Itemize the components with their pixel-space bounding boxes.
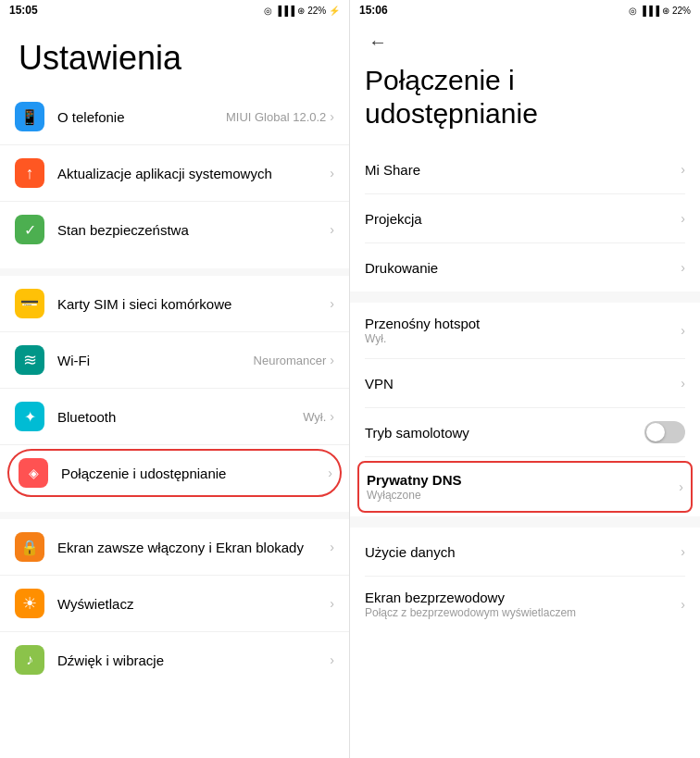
bezpieczenstwo-label: Stan bezpieczeństwa xyxy=(57,222,330,238)
ekran-bezprzewodowy-label: Ekran bezprzewodowy xyxy=(365,590,681,605)
wifi-chevron: › xyxy=(330,353,334,367)
sim-icon: 💳 xyxy=(15,289,44,318)
sim-label: Karty SIM i sieci komórkowe xyxy=(57,296,330,312)
ekran-bezprzewodowy-text: Ekran bezprzewodowy Połącz z bezprzewodo… xyxy=(365,590,681,619)
signal-icon: ▐▐▐ xyxy=(275,6,294,16)
aktualizacje-icon: ↑ xyxy=(15,158,44,188)
settings-item-bezpieczenstwo[interactable]: ✓ Stan bezpieczeństwa › xyxy=(0,205,349,254)
sim-text: Karty SIM i sieci komórkowe xyxy=(57,296,330,312)
projekcja-text: Projekcja xyxy=(365,211,681,227)
drukowanie-label: Drukowanie xyxy=(365,260,681,276)
left-status-icons: ◎ ▐▐▐ ⊛ 22% ⚡ xyxy=(264,6,340,16)
sim-chevron: › xyxy=(330,296,334,311)
right-item-vpn[interactable]: VPN › xyxy=(350,359,700,407)
section-connectivity: 💳 Karty SIM i sieci komórkowe › ≋ Wi-Fi … xyxy=(0,280,349,497)
right-section-2: Przenośny hotspot Wył. › VPN › Tryb samo… xyxy=(350,303,700,513)
right-item-tryb-samolotowy[interactable]: Tryb samolotowy xyxy=(350,408,700,456)
wifi-text: Wi-Fi xyxy=(57,353,254,368)
wyswietlacz-icon: ☀ xyxy=(15,589,44,618)
polaczenie-chevron: › xyxy=(328,466,332,480)
o-telefonie-label: O telefonie xyxy=(57,109,226,125)
mi-share-chevron: › xyxy=(681,162,685,177)
wyswietlacz-text: Wyświetlacz xyxy=(57,596,330,612)
r-wifi-icon: ⊛ xyxy=(662,6,669,16)
tryb-samolotowy-label: Tryb samolotowy xyxy=(365,425,644,441)
uzycie-danych-chevron: › xyxy=(681,544,685,559)
aktualizacje-label: Aktualizacje aplikacji systemowych xyxy=(57,166,330,181)
ekran-text: Ekran zawsze włączony i Ekran blokady xyxy=(57,540,330,555)
right-header: ← xyxy=(350,20,700,60)
settings-item-dzwiek[interactable]: ♪ Dźwięk i wibracje › xyxy=(0,636,349,684)
section-display: 🔒 Ekran zawsze włączony i Ekran blokady … xyxy=(0,523,349,684)
bluetooth-icon: ✦ xyxy=(15,402,44,431)
right-item-hotspot[interactable]: Przenośny hotspot Wył. › xyxy=(350,303,700,358)
ekran-chevron: › xyxy=(330,540,334,554)
dzwiek-chevron: › xyxy=(330,652,334,667)
settings-item-polaczenie[interactable]: ◈ Połączenie i udostępnianie › xyxy=(7,449,342,497)
right-item-ekran-bezprzewodowy[interactable]: Ekran bezprzewodowy Połącz z bezprzewodo… xyxy=(350,577,700,632)
right-status-bar: 15:06 ◎ ▐▐▐ ⊛ 22% xyxy=(350,0,700,20)
aktualizacje-chevron: › xyxy=(330,166,334,180)
settings-title: Ustawienia xyxy=(0,20,349,93)
divider-5 xyxy=(0,444,349,445)
left-panel: 15:05 ◎ ▐▐▐ ⊛ 22% ⚡ Ustawienia 📱 O telef… xyxy=(0,0,350,758)
tryb-samolotowy-toggle[interactable] xyxy=(644,421,685,443)
right-title: Połączenie i udostępnianie xyxy=(350,60,700,145)
dns-label: Prywatny DNS xyxy=(367,472,679,488)
uzycie-danych-text: Użycie danych xyxy=(365,544,681,560)
right-item-prywatny-dns[interactable]: Prywatny DNS Wyłączone › xyxy=(357,461,693,513)
wyswietlacz-chevron: › xyxy=(330,596,334,611)
section-gap-1 xyxy=(0,268,349,276)
o-telefonie-value: MIUI Global 12.0.2 xyxy=(226,110,326,124)
ekran-icon: 🔒 xyxy=(15,532,44,562)
settings-item-wyswietlacz[interactable]: ☀ Wyświetlacz › xyxy=(0,579,349,628)
ekran-label: Ekran zawsze włączony i Ekran blokady xyxy=(57,540,330,555)
section-info: 📱 O telefonie MIUI Global 12.0.2 › ↑ Akt… xyxy=(0,93,349,254)
right-item-drukowanie[interactable]: Drukowanie › xyxy=(350,243,700,292)
right-content: Mi Share › Projekcja › Drukowanie › xyxy=(350,145,700,758)
bluetooth-chevron: › xyxy=(330,409,334,424)
bezpieczenstwo-icon: ✓ xyxy=(15,215,44,244)
settings-item-wifi[interactable]: ≋ Wi-Fi Neuromancer › xyxy=(0,336,349,384)
bezpieczenstwo-chevron: › xyxy=(330,222,334,237)
polaczenie-text: Połączenie i udostępnianie xyxy=(61,466,328,481)
divider-1 xyxy=(0,144,349,145)
divider-2 xyxy=(0,201,349,202)
settings-item-ekran[interactable]: 🔒 Ekran zawsze włączony i Ekran blokady … xyxy=(0,523,349,571)
tryb-samolotowy-text: Tryb samolotowy xyxy=(365,425,644,441)
hotspot-sublabel: Wył. xyxy=(365,332,681,345)
r-signal-icon: ▐▐▐ xyxy=(640,6,659,16)
bezpieczenstwo-text: Stan bezpieczeństwa xyxy=(57,222,330,238)
left-status-bar: 15:05 ◎ ▐▐▐ ⊛ 22% ⚡ xyxy=(0,0,349,20)
projekcja-label: Projekcja xyxy=(365,211,681,227)
right-item-mi-share[interactable]: Mi Share › xyxy=(350,145,700,193)
settings-item-sim[interactable]: 💳 Karty SIM i sieci komórkowe › xyxy=(0,280,349,328)
toggle-knob xyxy=(646,423,665,441)
hotspot-text: Przenośny hotspot Wył. xyxy=(365,316,681,345)
right-section-1: Mi Share › Projekcja › Drukowanie › xyxy=(350,145,700,292)
uzycie-danych-label: Użycie danych xyxy=(365,544,681,560)
dzwiek-icon: ♪ xyxy=(15,645,44,675)
back-button[interactable]: ← xyxy=(365,28,391,56)
right-item-uzycie-danych[interactable]: Użycie danych › xyxy=(350,528,700,576)
wyswietlacz-label: Wyświetlacz xyxy=(57,596,330,612)
wifi-value: Neuromancer xyxy=(254,354,327,367)
vpn-chevron: › xyxy=(681,376,685,391)
r-battery-icon: 22% xyxy=(672,6,691,16)
ekran-bezprzewodowy-chevron: › xyxy=(681,597,685,612)
polaczenie-icon: ◈ xyxy=(19,458,48,488)
wifi-label: Wi-Fi xyxy=(57,353,254,368)
dzwiek-label: Dźwięk i wibracje xyxy=(57,652,330,668)
settings-item-o-telefonie[interactable]: 📱 O telefonie MIUI Global 12.0.2 › xyxy=(0,93,349,141)
right-item-projekcja[interactable]: Projekcja › xyxy=(350,194,700,242)
bluetooth-text: Bluetooth xyxy=(57,409,303,425)
ekran-bezprzewodowy-sublabel: Połącz z bezprzewodowym wyświetlaczem xyxy=(365,606,681,619)
mi-share-label: Mi Share xyxy=(365,162,681,178)
hotspot-chevron: › xyxy=(681,323,685,338)
o-telefonie-icon: 📱 xyxy=(15,102,44,131)
settings-item-aktualizacje[interactable]: ↑ Aktualizacje aplikacji systemowych › xyxy=(0,149,349,197)
wifi-icon: ≋ xyxy=(15,345,44,375)
r-divider-5 xyxy=(365,456,685,457)
settings-item-bluetooth[interactable]: ✦ Bluetooth Wył. › xyxy=(0,392,349,441)
divider-6 xyxy=(0,575,349,576)
